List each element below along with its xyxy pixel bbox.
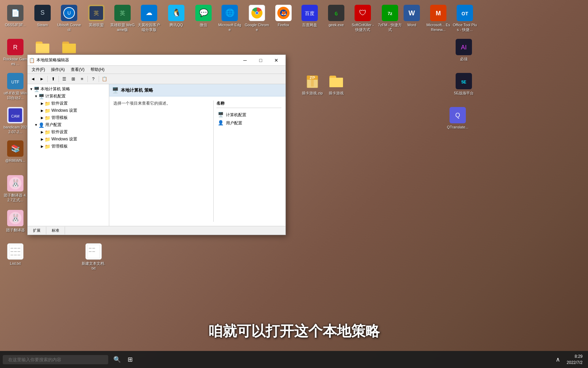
tree-toggle[interactable]: ▶ xyxy=(40,101,45,106)
tree-user-config-label: 用户配置 xyxy=(45,122,62,128)
tree-admin-templates-2[interactable]: ▶ 📁 管理模板 xyxy=(28,143,109,150)
tree-toggle[interactable]: ▶ xyxy=(40,130,45,135)
tree-windows-settings-1[interactable]: ▶ 📁 Windows 设置 xyxy=(28,107,109,114)
desktop-icon-folder-game[interactable]: 插卡游戏 xyxy=(323,72,350,97)
svg-text:7z: 7z xyxy=(388,11,392,16)
desktop-icon-tcloud[interactable]: ☁ 天翼校园客户端分享版 xyxy=(135,3,163,34)
desktop-icon-r86wn[interactable]: 📚 @R86WN... xyxy=(2,139,29,164)
desktop-icon-qtranslate[interactable]: Q QTranslate... xyxy=(444,106,471,131)
toolbar-up[interactable]: ⬆ xyxy=(49,75,57,83)
desktop-icon-aiqubi[interactable]: AI 必须 xyxy=(450,37,477,63)
gpedit-window: 📋 本地组策略编辑器 ─ □ ✕ 文件(F) 操作(A) 查看(V) 帮助(H)… xyxy=(27,55,286,235)
svg-text:5E: 5E xyxy=(461,80,467,85)
desktop-icon-utf8[interactable]: UTF utf-8'欢迎 Win10自动2... xyxy=(2,72,29,102)
svg-text:🦊: 🦊 xyxy=(281,10,287,16)
desktop-icon-list-txt[interactable]: — — —— — —— — — List.txt xyxy=(2,242,29,267)
toolbar-help[interactable]: ? xyxy=(89,75,97,83)
toolbar-extra[interactable]: 📋 xyxy=(100,75,109,83)
svg-text:🌐: 🌐 xyxy=(225,8,235,17)
toolbar-forward[interactable]: ► xyxy=(38,75,46,83)
ubisoft-icon: U xyxy=(61,5,77,21)
toolbar-view3[interactable]: ≡ xyxy=(78,75,86,83)
tree-toggle[interactable]: ▶ xyxy=(40,137,45,142)
desktop-icon-geek[interactable]: G geek.exe xyxy=(323,3,350,29)
bandicam-icon: CAM xyxy=(7,107,23,123)
taskbar-center: 🔍 ⊞ xyxy=(111,353,136,366)
desktop-icon-o6s5jf3f[interactable]: 📄 O6S5JF3F... xyxy=(2,3,29,29)
taskbar-chevron-up[interactable]: ∧ xyxy=(552,353,564,366)
tree-software-settings-1[interactable]: ▶ 📁 软件设置 xyxy=(28,100,109,107)
tree-toggle[interactable]: ▼ xyxy=(34,94,38,99)
svg-text:百度: 百度 xyxy=(305,11,314,16)
tree-computer-config[interactable]: ▼ 🖥️ 计算机配置 xyxy=(28,93,109,100)
menu-help[interactable]: 帮助(H) xyxy=(88,66,107,73)
user-row-icon: 👤 xyxy=(218,120,224,126)
desktop-icon-qq[interactable]: 🐧 腾讯QQ xyxy=(163,3,190,29)
desktop-icon-ubisoft[interactable]: U Ubisoft Connect xyxy=(55,3,83,34)
svg-rect-46 xyxy=(311,77,314,87)
detail-row-user[interactable]: 👤 用户配置 xyxy=(216,119,281,127)
status-tab-expand[interactable]: 扩展 xyxy=(28,227,46,234)
icon-label: 团子翻译器 xyxy=(6,228,25,232)
newtxt-icon: — —— — xyxy=(85,243,102,260)
desktop-icon-baidu[interactable]: 百度 百度网盘 xyxy=(296,3,323,29)
desktop-icon-edge[interactable]: 🌐 Microsoft Edge xyxy=(216,3,243,34)
status-tab-standard[interactable]: 标准 xyxy=(46,227,65,234)
tree-toggle[interactable]: ▶ xyxy=(40,108,45,113)
tree-toggle[interactable]: ▼ xyxy=(29,87,34,92)
taskbar-multiview-btn[interactable]: ⊞ xyxy=(124,353,136,366)
icon-label: Steam xyxy=(37,22,48,27)
taskbar-search-btn[interactable]: 🔍 xyxy=(111,353,123,366)
desktop-icon-officetool[interactable]: OT Office Tool Plus - 快捷... xyxy=(451,3,478,34)
menu-action[interactable]: 操作(A) xyxy=(48,66,67,73)
tree-user-config[interactable]: ▼ 👤 用户配置 xyxy=(28,121,109,128)
geek-icon: G xyxy=(328,5,344,21)
detail-panel: 🖥️ 本地计算机 策略 选择一个项目来查看它的描述。 名称 🖥️ 计算机配置 👤… xyxy=(109,84,285,226)
desktop-icon-zip[interactable]: ZIP 插卡游戏.zip xyxy=(299,72,326,97)
desktop-icon-fanyi1[interactable]: 🐰 团子翻译器 4.2.7正式... xyxy=(2,174,29,204)
toolbar-view2[interactable]: ⊞ xyxy=(69,75,77,83)
taskbar-search[interactable] xyxy=(3,355,108,364)
main-content: ▼ 🖥️ 本地计算机 策略 ▼ 🖥️ 计算机配置 ▶ 📁 软件设置 ▶ 📁 Wi… xyxy=(28,84,285,226)
desktop-icon-wechat[interactable]: 💬 微信 xyxy=(190,3,217,29)
desktop-icon-fanyi2[interactable]: 🐰 团子翻译器 xyxy=(2,209,29,234)
desktop-icon-rockstar[interactable]: R Rockstar Games ... xyxy=(2,37,29,68)
desktop-icon-wegame[interactable]: 英 英雄联盟 WeGame版 xyxy=(109,3,136,34)
tree-panel: ▼ 🖥️ 本地计算机 策略 ▼ 🖥️ 计算机配置 ▶ 📁 软件设置 ▶ 📁 Wi… xyxy=(28,84,109,226)
user-icon: 👤 xyxy=(38,122,44,128)
menu-view[interactable]: 查看(V) xyxy=(68,66,87,73)
desktop-icon-softcnkiller[interactable]: 🛡 SoftCnKiller - 快捷方式 xyxy=(349,3,376,34)
tree-windows-settings-2[interactable]: ▶ 📁 Windows 设置 xyxy=(28,136,109,143)
svg-text:— —: — — xyxy=(89,246,95,249)
svg-text:AI: AI xyxy=(461,44,467,51)
desktop-icon-bandicam[interactable]: CAM bandicam 2022-07-2... xyxy=(2,106,29,136)
toolbar-view1[interactable]: ☰ xyxy=(60,75,68,83)
desktop-icon-firefox[interactable]: 🦊 Firefox xyxy=(270,3,297,29)
desktop-icon-steam[interactable]: S Steam xyxy=(29,3,56,29)
desktop-icon-word[interactable]: W Word xyxy=(398,3,425,29)
close-button[interactable]: ✕ xyxy=(268,55,284,66)
detail-row-computer[interactable]: 🖥️ 计算机配置 xyxy=(216,111,281,119)
icon-label: 英雄联盟 WeGame版 xyxy=(110,22,135,32)
toolbar-back[interactable]: ◄ xyxy=(29,75,37,83)
tree-toggle[interactable]: ▼ xyxy=(34,123,38,127)
icon-label: 新建文本文档.txt xyxy=(81,261,106,271)
desktop-icon-heroesleague[interactable]: 英 英雄联盟 xyxy=(83,3,110,29)
tree-toggle[interactable]: ▶ xyxy=(40,144,45,149)
maximize-button[interactable]: □ xyxy=(253,55,268,66)
tree-toggle[interactable]: ▶ xyxy=(40,116,45,120)
folder-icon: 📁 xyxy=(45,115,50,121)
desktop-icon-new-txt[interactable]: — —— — 新建文本文档.txt xyxy=(80,242,107,272)
icon-label: Firefox xyxy=(278,22,289,27)
minimize-button[interactable]: ─ xyxy=(237,55,253,66)
tree-root[interactable]: ▼ 🖥️ 本地计算机 策略 xyxy=(28,86,109,93)
desktop-icon-ms365[interactable]: M Microsoft... Es Renew... xyxy=(425,3,452,34)
menu-file[interactable]: 文件(F) xyxy=(29,66,48,73)
toolbar-separator4 xyxy=(99,76,99,82)
desktop-icon-chrome[interactable]: Google Chrome xyxy=(243,3,271,34)
tree-admin-templates-1[interactable]: ▶ 📁 管理模板 xyxy=(28,114,109,121)
desktop-icon-5g[interactable]: 5E 5E战场平台 xyxy=(450,72,477,97)
aiqubi-icon: AI xyxy=(456,39,472,55)
tree-software-settings-2[interactable]: ▶ 📁 软件设置 xyxy=(28,128,109,136)
tree-label: 软件设置 xyxy=(51,129,68,135)
